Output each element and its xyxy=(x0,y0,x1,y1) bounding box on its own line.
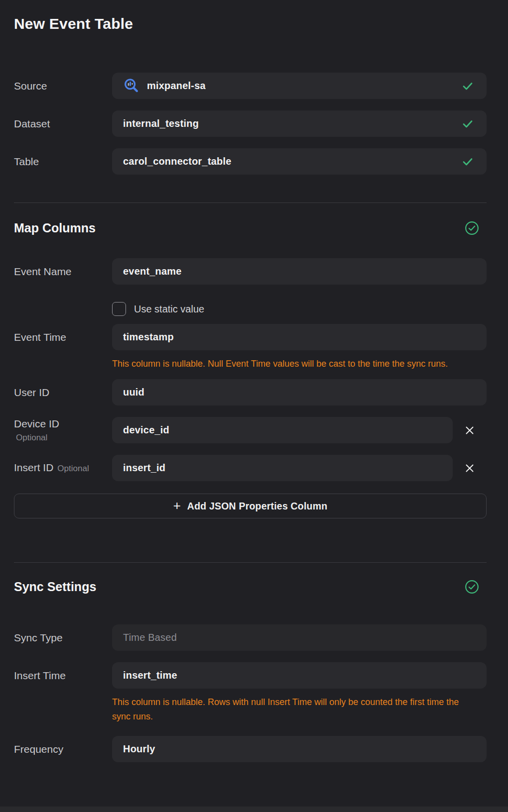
x-icon xyxy=(464,425,475,436)
add-json-properties-button[interactable]: + Add JSON Properties Column xyxy=(14,494,487,518)
table-label: Table xyxy=(14,155,112,168)
sync-type-label: Sync Type xyxy=(14,631,112,644)
valid-check-icon xyxy=(462,80,474,92)
new-event-table-form: New Event Table Source mixpanel-sa Datas… xyxy=(0,0,508,762)
insert-id-optional-tag: Optional xyxy=(57,464,89,473)
section-complete-icon xyxy=(465,580,479,594)
static-value-row: Use static value xyxy=(112,302,487,316)
device-id-row: Device ID Optional device_id xyxy=(14,417,487,443)
sync-type-select: Time Based xyxy=(112,624,487,651)
event-name-label: Event Name xyxy=(14,265,112,278)
source-label: Source xyxy=(14,80,112,93)
dataset-label: Dataset xyxy=(14,117,112,130)
sync-type-row: Sync Type Time Based xyxy=(14,624,487,651)
insert-time-value: insert_time xyxy=(123,670,177,681)
device-id-value: device_id xyxy=(123,424,169,436)
source-value: mixpanel-sa xyxy=(147,80,206,92)
section-complete-icon xyxy=(465,221,479,235)
user-id-value: uuid xyxy=(123,387,144,398)
add-json-properties-label: Add JSON Properties Column xyxy=(187,501,328,512)
table-row: Table carol_connector_table xyxy=(14,148,487,175)
sync-settings-header: Sync Settings xyxy=(14,579,487,594)
insert-time-label: Insert Time xyxy=(14,669,112,682)
map-columns-header: Map Columns xyxy=(14,220,487,235)
remove-insert-id-button[interactable] xyxy=(453,455,487,481)
dataset-select[interactable]: internal_testing xyxy=(112,110,487,137)
insert-time-select[interactable]: insert_time xyxy=(112,662,487,689)
frequency-value: Hourly xyxy=(123,743,155,755)
connection-section: Source mixpanel-sa Dataset internal_test… xyxy=(14,73,487,175)
table-select[interactable]: carol_connector_table xyxy=(112,148,487,175)
user-id-select[interactable]: uuid xyxy=(112,379,487,406)
insert-id-label-text: Insert ID xyxy=(14,462,53,473)
valid-check-icon xyxy=(462,156,474,168)
event-time-value: timestamp xyxy=(123,331,174,343)
frequency-select[interactable]: Hourly xyxy=(112,736,487,762)
insert-time-row: Insert Time insert_time xyxy=(14,662,487,689)
page-title: New Event Table xyxy=(14,15,487,33)
plus-icon: + xyxy=(173,499,181,512)
event-name-row: Event Name event_name xyxy=(14,258,487,285)
frequency-row: Frequency Hourly xyxy=(14,736,487,762)
insert-time-warning: This column is nullable. Rows with null … xyxy=(112,695,474,724)
user-id-row: User ID uuid xyxy=(14,379,487,406)
device-id-label-group: Device ID Optional xyxy=(14,417,112,443)
section-divider xyxy=(14,562,487,563)
device-id-optional-tag: Optional xyxy=(16,433,112,443)
event-time-select[interactable]: timestamp xyxy=(112,324,487,350)
sync-settings-heading: Sync Settings xyxy=(14,579,96,594)
map-columns-heading: Map Columns xyxy=(14,220,96,235)
footer-panel-edge xyxy=(0,807,508,812)
section-divider xyxy=(14,203,487,203)
use-static-value-checkbox[interactable] xyxy=(112,302,126,316)
event-time-label: Event Time xyxy=(14,331,112,344)
event-time-warning: This column is nullable. Null Event Time… xyxy=(112,357,474,371)
source-select[interactable]: mixpanel-sa xyxy=(112,73,487,99)
table-value: carol_connector_table xyxy=(123,156,232,167)
event-time-row: Event Time timestamp xyxy=(14,324,487,350)
event-name-select[interactable]: event_name xyxy=(112,258,487,285)
valid-check-icon xyxy=(462,118,474,130)
source-row: Source mixpanel-sa xyxy=(14,73,487,99)
mixpanel-logo-icon xyxy=(123,78,140,95)
insert-id-label: Insert IDOptional xyxy=(14,461,112,475)
insert-id-select[interactable]: insert_id xyxy=(112,455,453,481)
user-id-label: User ID xyxy=(14,386,112,399)
frequency-label: Frequency xyxy=(14,743,112,756)
event-name-value: event_name xyxy=(123,266,182,277)
dataset-value: internal_testing xyxy=(123,118,199,129)
use-static-value-label: Use static value xyxy=(134,304,204,315)
x-icon xyxy=(464,463,475,474)
device-id-select[interactable]: device_id xyxy=(112,417,453,443)
insert-id-row: Insert IDOptional insert_id xyxy=(14,455,487,481)
device-id-label: Device ID xyxy=(14,417,112,430)
sync-type-value: Time Based xyxy=(123,632,177,643)
insert-id-value: insert_id xyxy=(123,462,165,474)
remove-device-id-button[interactable] xyxy=(453,417,487,443)
dataset-row: Dataset internal_testing xyxy=(14,110,487,137)
